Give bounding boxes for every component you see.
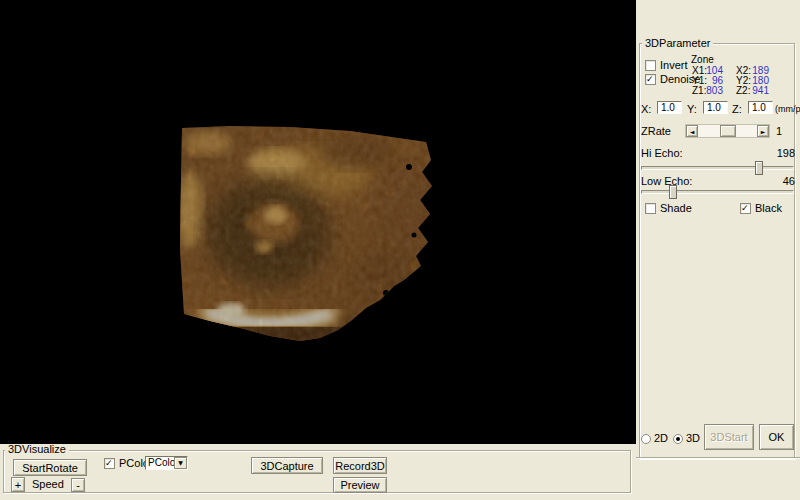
hi-echo-slider-thumb[interactable] — [755, 161, 763, 175]
ultrasound-render — [176, 115, 434, 347]
render-viewport[interactable] — [0, 0, 636, 444]
denoise-checkbox[interactable] — [645, 74, 656, 85]
zrate-scrollbar[interactable]: ◄ ► — [685, 124, 770, 138]
chevron-down-icon[interactable]: ▼ — [174, 457, 187, 469]
visualize-group-title: 3DVisualize — [5, 444, 69, 455]
2d-radio[interactable] — [641, 434, 651, 444]
2d-radio-label: 2D — [654, 433, 668, 444]
black-label: Black — [755, 203, 782, 214]
app-window: 3DParameter Invert Denoise Zone X1: 104 … — [0, 0, 800, 500]
3d-radio[interactable] — [673, 434, 683, 444]
visualize-panel: 3DVisualize StartRotate + Speed - PColor… — [0, 444, 636, 500]
zrate-right-arrow-icon[interactable]: ► — [757, 125, 769, 137]
scale-x-input[interactable]: 1.0 — [657, 101, 682, 114]
scale-y-input[interactable]: 1.0 — [703, 101, 728, 114]
scale-x-label: X: — [641, 104, 651, 115]
zrate-left-arrow-icon[interactable]: ◄ — [686, 125, 698, 137]
pcolor-select[interactable]: PColor ▼ — [145, 456, 188, 470]
ok-button[interactable]: OK — [759, 424, 794, 450]
zrate-label: ZRate — [641, 126, 671, 137]
scale-z-label: Z: — [732, 104, 742, 115]
3dcapture-button[interactable]: 3DCapture — [251, 457, 323, 474]
speed-minus-button[interactable]: - — [71, 478, 85, 492]
scale-unit-label: (mm/p) — [775, 104, 800, 115]
scale-y-label: Y: — [687, 104, 697, 115]
panel-divider — [636, 457, 800, 459]
shade-checkbox[interactable] — [645, 203, 656, 214]
zrate-value: 1 — [776, 126, 782, 137]
speed-label: Speed — [32, 479, 64, 490]
pcolor-checkbox[interactable] — [104, 458, 115, 469]
low-echo-value: 46 — [783, 176, 795, 187]
zone-title: Zone — [691, 55, 714, 65]
low-echo-label: Low Echo: — [641, 176, 692, 187]
hi-echo-label: Hi Echo: — [641, 148, 683, 159]
zrate-scrollbar-thumb[interactable] — [720, 125, 736, 137]
shade-label: Shade — [660, 203, 692, 214]
black-checkbox[interactable] — [740, 203, 751, 214]
record3d-button[interactable]: Record3D — [333, 457, 387, 474]
hi-echo-slider[interactable] — [641, 166, 794, 170]
invert-label: Invert — [660, 60, 688, 71]
invert-checkbox[interactable] — [645, 60, 656, 71]
low-echo-slider-thumb[interactable] — [669, 185, 677, 199]
parameter-panel: 3DParameter Invert Denoise Zone X1: 104 … — [636, 0, 800, 500]
preview-button[interactable]: Preview — [333, 477, 387, 493]
low-echo-slider[interactable] — [641, 190, 794, 194]
speed-plus-button[interactable]: + — [11, 477, 25, 492]
parameter-group-title: 3DParameter — [642, 38, 713, 49]
3d-radio-label: 3D — [686, 433, 700, 444]
scale-z-input[interactable]: 1.0 — [748, 101, 773, 114]
start-rotate-button[interactable]: StartRotate — [13, 459, 87, 476]
hi-echo-value: 198 — [777, 148, 795, 159]
3dstart-button[interactable]: 3DStart — [704, 424, 754, 450]
zone-z2-value: 941 — [739, 86, 769, 96]
zone-z1-value: 803 — [696, 86, 723, 96]
